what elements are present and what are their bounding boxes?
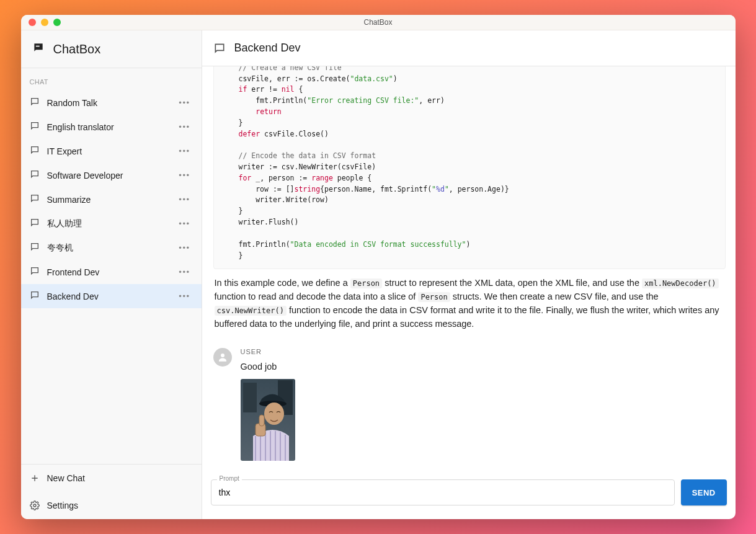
svg-point-2 bbox=[221, 354, 225, 357]
chat-icon bbox=[30, 218, 40, 229]
brand-title: ChatBox bbox=[53, 42, 101, 56]
chat-icon bbox=[30, 145, 40, 157]
chat-item-more-icon[interactable]: ••• bbox=[176, 171, 192, 180]
chat-list: Random Talk•••English translator•••IT Ex… bbox=[21, 91, 202, 464]
chat-item-label: English translator bbox=[47, 122, 169, 132]
send-button[interactable]: SEND bbox=[681, 479, 727, 505]
chat-item-label: Random Talk bbox=[47, 98, 169, 108]
sidebar: ChatBox CHAT Random Talk•••English trans… bbox=[21, 30, 202, 519]
chat-icon bbox=[30, 242, 40, 254]
sidebar-chat-item[interactable]: 夸夸机••• bbox=[21, 236, 202, 260]
chat-item-more-icon[interactable]: ••• bbox=[176, 122, 192, 131]
sidebar-section-label: CHAT bbox=[21, 68, 202, 91]
chat-icon bbox=[213, 42, 226, 55]
app-window: ChatBox ChatBox CHAT Random Talk•••Engli… bbox=[21, 15, 736, 519]
prompt-field-label: Prompt bbox=[217, 475, 242, 482]
chat-app-icon bbox=[32, 42, 45, 56]
svg-rect-0 bbox=[35, 46, 39, 47]
chat-item-more-icon[interactable]: ••• bbox=[176, 267, 192, 277]
chat-icon bbox=[30, 266, 40, 278]
new-chat-label: New Chat bbox=[47, 473, 85, 483]
sidebar-chat-item[interactable]: Summarize••• bbox=[21, 187, 202, 211]
sidebar-chat-item[interactable]: Software Developer••• bbox=[21, 163, 202, 187]
chat-item-label: Backend Dev bbox=[47, 291, 169, 301]
message-text: Good job bbox=[241, 362, 726, 372]
titlebar[interactable]: ChatBox bbox=[21, 15, 736, 30]
chat-item-more-icon[interactable]: ••• bbox=[176, 146, 192, 156]
sidebar-chat-item[interactable]: 私人助理••• bbox=[21, 211, 202, 236]
chat-item-label: Summarize bbox=[47, 195, 169, 205]
svg-rect-16 bbox=[259, 415, 264, 426]
attached-image-thumbs-up[interactable] bbox=[241, 379, 295, 461]
message-role-label: USER bbox=[241, 348, 726, 355]
user-message: USER Good job bbox=[213, 348, 726, 461]
chat-item-label: Frontend Dev bbox=[47, 267, 169, 277]
chat-item-label: IT Expert bbox=[47, 146, 169, 156]
chat-icon bbox=[30, 169, 40, 181]
sidebar-bottom: New Chat Settings bbox=[21, 464, 202, 519]
chat-item-more-icon[interactable]: ••• bbox=[176, 195, 192, 204]
chat-item-more-icon[interactable]: ••• bbox=[176, 291, 192, 301]
message-list[interactable]: var people []Person err = xml.NewDecoder… bbox=[202, 66, 736, 472]
chat-icon bbox=[30, 290, 40, 302]
sidebar-chat-item[interactable]: IT Expert••• bbox=[21, 139, 202, 163]
assistant-explanation: In this example code, we define a Person… bbox=[213, 277, 726, 331]
new-chat-button[interactable]: New Chat bbox=[21, 465, 202, 492]
code-block[interactable]: var people []Person err = xml.NewDecoder… bbox=[213, 66, 726, 269]
chat-item-label: 私人助理 bbox=[47, 218, 169, 229]
chat-icon bbox=[30, 97, 40, 109]
prompt-input[interactable] bbox=[211, 479, 675, 505]
chat-header: Backend Dev bbox=[202, 30, 736, 66]
chat-item-label: Software Developer bbox=[47, 171, 169, 180]
chat-item-more-icon[interactable]: ••• bbox=[176, 98, 192, 107]
composer: Prompt SEND bbox=[202, 472, 736, 519]
user-avatar-icon bbox=[213, 348, 232, 367]
chat-title: Backend Dev bbox=[234, 42, 301, 55]
chat-item-more-icon[interactable]: ••• bbox=[176, 243, 192, 252]
settings-button[interactable]: Settings bbox=[21, 492, 202, 519]
sidebar-chat-item[interactable]: Backend Dev••• bbox=[21, 284, 202, 308]
chat-item-label: 夸夸机 bbox=[47, 243, 169, 254]
sidebar-chat-item[interactable]: English translator••• bbox=[21, 115, 202, 139]
svg-rect-4 bbox=[243, 383, 257, 412]
brand: ChatBox bbox=[21, 30, 202, 68]
chat-icon bbox=[30, 194, 40, 205]
settings-label: Settings bbox=[47, 501, 79, 510]
chat-icon bbox=[30, 121, 40, 133]
svg-point-1 bbox=[33, 504, 36, 507]
chat-item-more-icon[interactable]: ••• bbox=[176, 219, 192, 228]
sidebar-chat-item[interactable]: Frontend Dev••• bbox=[21, 260, 202, 284]
window-title: ChatBox bbox=[21, 18, 736, 27]
sidebar-chat-item[interactable]: Random Talk••• bbox=[21, 91, 202, 115]
main-panel: Backend Dev var people []Person err = xm… bbox=[202, 30, 736, 519]
